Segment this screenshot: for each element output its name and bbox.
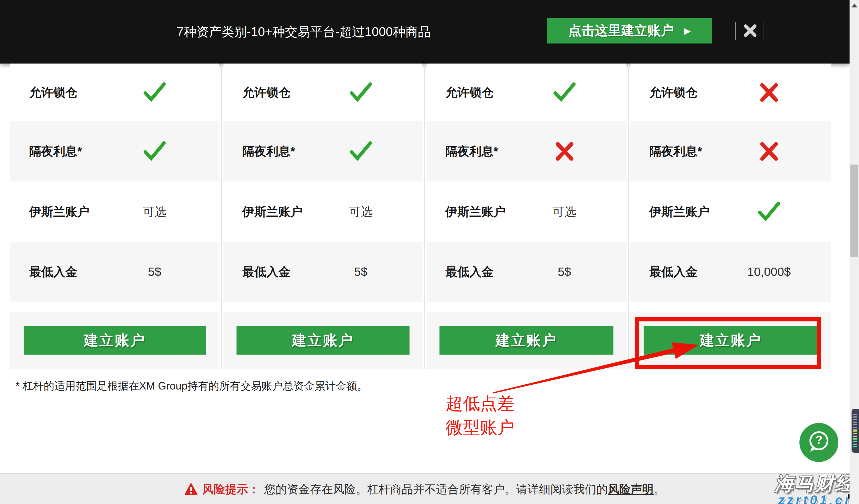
check-icon (142, 80, 167, 105)
table-row: 允许锁仓 (223, 64, 422, 121)
row-label: 允许锁仓 (242, 84, 290, 100)
table-row: 隔夜利息* (223, 121, 422, 182)
row-label: 允许锁仓 (446, 84, 494, 100)
banner-create-account-button[interactable]: 点击这里建立账户 ▶ (547, 18, 712, 44)
table-row: 最低入金 5$ (223, 242, 422, 302)
account-column-shares: 允许锁仓 隔夜利息* 伊斯兰账户 最低入金 10,000$ 建立账户 (629, 64, 833, 368)
question-bubble-icon: ? (804, 428, 833, 457)
account-column-standard: 允许锁仓 隔夜利息* 伊斯兰账户 可选 最低入金 5$ 建立账户 (9, 64, 221, 368)
row-label: 隔夜利息* (242, 143, 295, 159)
table-row: 建立账户 (630, 312, 831, 368)
row-value: 可选 (349, 204, 373, 220)
right-arrow-icon: ▶ (684, 26, 691, 36)
table-row: 伊斯兰账户 可选 (223, 182, 422, 242)
risk-warning-bar: 风险提示： 您的资金存在风险。杠杆商品并不适合所有客户。请详细阅读我们的风险声明… (0, 473, 849, 504)
risk-warning-text: 您的资金存在风险。杠杆商品并不适合所有客户。请详细阅读我们的风险声明。 (264, 482, 665, 497)
leverage-footnote: * 杠杆的适用范围是根据在XM Group持有的所有交易账户总资金累计金额。 (15, 379, 367, 393)
annotation-line: 超低点差 (446, 392, 514, 415)
watermark-site: zzrt01.cn (775, 493, 855, 504)
row-label: 隔夜利息* (446, 143, 498, 159)
minimap-teal-stripes (853, 439, 857, 447)
row-value: 可选 (553, 204, 576, 220)
create-account-button[interactable]: 建立账户 (439, 326, 613, 355)
risk-text-body: 您的资金存在风险。杠杆商品并不适合所有客户。请详细阅读我们的 (264, 483, 608, 495)
scroll-minimap-widget[interactable] (852, 409, 859, 453)
close-button[interactable] (743, 23, 757, 38)
divider (735, 22, 736, 40)
divider (764, 22, 764, 40)
annotation-text: 超低点差 微型账户 (446, 392, 514, 440)
table-row: 允许锁仓 (630, 64, 831, 121)
top-banner: 7种资产类别-10+种交易平台-超过1000种商品 点击这里建立账户 ▶ (0, 0, 849, 64)
account-column-ultralow: 允许锁仓 隔夜利息* 伊斯兰账户 可选 最低入金 5$ 建立账户 (425, 64, 628, 368)
table-row: 建立账户 (10, 312, 220, 368)
table-row: 允许锁仓 (426, 64, 627, 121)
banner-title: 7种资产类别-10+种交易平台-超过1000种商品 (161, 0, 447, 64)
table-row: 最低入金 5$ (426, 242, 627, 302)
watermark: 海马财经 zzrt01.cn (775, 474, 855, 504)
risk-warning-label: 风险提示： (202, 482, 259, 497)
row-value: 可选 (142, 204, 167, 220)
cross-icon (757, 80, 781, 105)
table-row: 隔夜利息* (426, 121, 627, 182)
row-label: 最低入金 (242, 264, 290, 280)
create-account-button[interactable]: 建立账户 (24, 326, 206, 355)
svg-text:?: ? (815, 433, 822, 446)
minimap-yellow-stripes (853, 430, 857, 439)
create-account-button[interactable]: 建立账户 (236, 326, 410, 355)
cross-icon (757, 139, 781, 164)
row-label: 伊斯兰账户 (446, 204, 506, 220)
check-icon (757, 200, 781, 224)
row-label: 伊斯兰账户 (29, 204, 89, 220)
table-row: 最低入金 10,000$ (630, 242, 831, 302)
check-icon (349, 139, 373, 164)
table-row: 允许锁仓 (10, 64, 220, 121)
cross-icon (552, 139, 577, 164)
row-label: 最低入金 (446, 264, 494, 280)
risk-statement-link[interactable]: 风险声明 (608, 483, 654, 495)
row-value: 10,000$ (747, 265, 791, 279)
table-row: 隔夜利息* (630, 121, 831, 182)
row-label: 伊斯兰账户 (649, 204, 709, 220)
table-row: 建立账户 (426, 312, 627, 368)
scrollbar-up-arrow-icon[interactable] (852, 3, 857, 7)
table-row: 建立账户 (223, 312, 422, 368)
banner-cta-label: 点击这里建立账户 (568, 22, 674, 40)
row-value: 5$ (558, 265, 571, 279)
minimap-gray-stripes (853, 414, 857, 430)
annotation-line: 微型账户 (446, 415, 514, 440)
row-label: 最低入金 (649, 264, 697, 280)
table-row: 隔夜利息* (10, 121, 220, 182)
help-chat-button[interactable]: ? (799, 423, 838, 462)
risk-text-suffix: 。 (654, 483, 665, 495)
table-row: 伊斯兰账户 可选 (10, 182, 220, 242)
row-label: 隔夜利息* (649, 143, 702, 159)
account-column-micro: 允许锁仓 隔夜利息* 伊斯兰账户 可选 最低入金 5$ 建立账户 (222, 64, 424, 368)
check-icon (349, 80, 373, 105)
table-row: 伊斯兰账户 可选 (426, 182, 627, 242)
warning-triangle-icon (184, 483, 198, 495)
row-label: 允许锁仓 (649, 84, 697, 100)
row-value: 5$ (148, 265, 161, 279)
table-row: 伊斯兰账户 (630, 182, 831, 242)
row-label: 允许锁仓 (29, 84, 77, 100)
check-icon (552, 80, 577, 105)
row-label: 隔夜利息* (29, 143, 82, 159)
close-icon (743, 23, 757, 38)
row-label: 伊斯兰账户 (242, 204, 302, 220)
watermark-name: 海马财经 (775, 474, 855, 493)
row-label: 最低入金 (29, 264, 77, 280)
create-account-button[interactable]: 建立账户 (644, 326, 818, 355)
table-row: 最低入金 5$ (10, 242, 220, 302)
row-value: 5$ (354, 265, 367, 279)
scrollbar-thumb[interactable] (850, 164, 858, 257)
check-icon (142, 139, 167, 164)
